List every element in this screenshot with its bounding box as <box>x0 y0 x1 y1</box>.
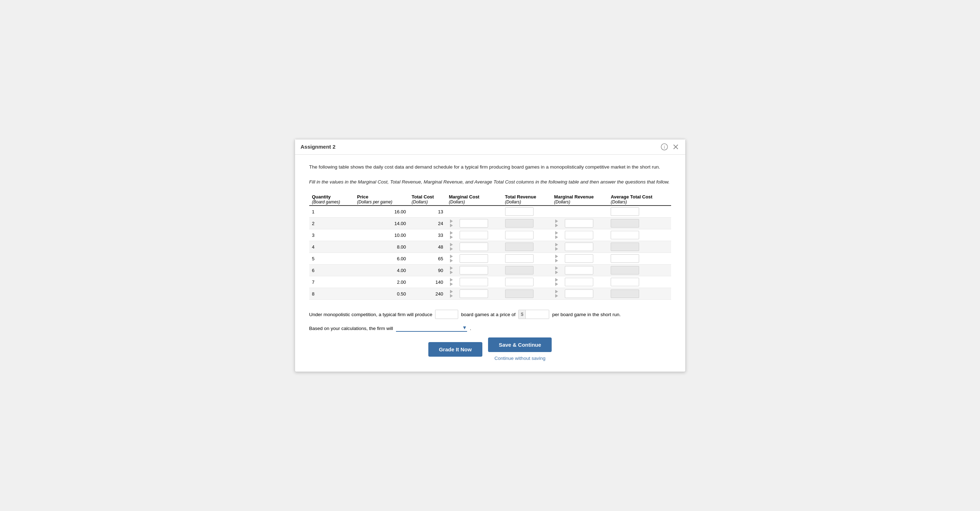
input-avg-total-cost[interactable] <box>611 231 639 239</box>
td-avg-total-cost <box>608 276 671 288</box>
td-total-cost: 240 <box>409 288 446 300</box>
arrow-cell-mc <box>446 276 457 288</box>
input-avg-total-cost[interactable] <box>611 242 639 251</box>
q2-dropdown[interactable]: ▼ <box>396 325 467 332</box>
input-marginal-revenue[interactable] <box>565 231 593 239</box>
input-total-revenue[interactable] <box>505 290 533 298</box>
input-avg-total-cost[interactable] <box>611 207 639 216</box>
grade-it-now-button[interactable]: Grade It Now <box>428 342 483 357</box>
input-marginal-cost[interactable] <box>460 231 488 239</box>
arrow-cell-mr <box>551 241 562 253</box>
window-title: Assignment 2 <box>301 144 336 150</box>
input-total-revenue[interactable] <box>505 242 533 251</box>
input-total-revenue[interactable] <box>505 254 533 263</box>
input-marginal-revenue[interactable] <box>565 290 593 298</box>
input-marginal-revenue[interactable] <box>565 242 593 251</box>
info-icon[interactable]: i <box>660 143 668 151</box>
td-total-revenue <box>502 241 551 253</box>
input-total-revenue[interactable] <box>505 219 533 228</box>
q2-dropdown-value <box>396 325 460 330</box>
input-marginal-revenue[interactable] <box>565 278 593 286</box>
td-marginal-revenue <box>562 218 608 229</box>
td-total-revenue <box>502 229 551 241</box>
td-total-cost: 140 <box>409 276 446 288</box>
td-marginal-cost <box>457 241 502 253</box>
td-price: 8.00 <box>354 241 409 253</box>
td-price: 2.00 <box>354 276 409 288</box>
buttons-area: Grade It Now Save & Continue Continue wi… <box>309 337 671 361</box>
td-price: 16.00 <box>354 205 409 218</box>
td-price: 10.00 <box>354 229 409 241</box>
table-row: 3 <box>309 229 355 241</box>
td-total-revenue <box>502 288 551 300</box>
td-price: 4.00 <box>354 264 409 276</box>
svg-text:i: i <box>663 145 665 150</box>
q1-quantity-input[interactable] <box>435 310 458 319</box>
arrow-cell-mr <box>551 253 562 264</box>
q1-price-input[interactable] <box>526 310 549 319</box>
arrow-cell-mr <box>551 288 562 300</box>
dollar-sign: $ <box>519 310 526 319</box>
arrow-cell-mr <box>551 205 562 218</box>
instructions-paragraph: Fill in the values in the Marginal Cost,… <box>309 178 671 186</box>
q2-prefix: Based on your calculations, the firm wil… <box>309 326 393 331</box>
input-marginal-cost[interactable] <box>460 290 488 298</box>
table-row: 4 <box>309 241 355 253</box>
td-total-cost: 90 <box>409 264 446 276</box>
input-avg-total-cost[interactable] <box>611 219 639 228</box>
input-avg-total-cost[interactable] <box>611 278 639 286</box>
input-marginal-cost[interactable] <box>460 254 488 263</box>
input-avg-total-cost[interactable] <box>611 254 639 263</box>
td-avg-total-cost <box>608 253 671 264</box>
td-avg-total-cost <box>608 205 671 218</box>
title-bar: Assignment 2 i <box>295 139 685 155</box>
input-marginal-revenue[interactable] <box>565 266 593 275</box>
input-marginal-cost[interactable] <box>460 266 488 275</box>
input-total-revenue[interactable] <box>505 231 533 239</box>
close-icon[interactable] <box>672 143 679 151</box>
save-continue-button[interactable]: Save & Continue <box>488 337 552 352</box>
td-marginal-cost <box>457 218 502 229</box>
td-total-cost: 48 <box>409 241 446 253</box>
col-total-cost: Total Cost (Dollars) <box>409 192 446 205</box>
td-marginal-revenue <box>562 288 608 300</box>
td-marginal-revenue <box>562 253 608 264</box>
input-avg-total-cost[interactable] <box>611 266 639 275</box>
input-marginal-cost[interactable] <box>460 219 488 228</box>
input-marginal-cost[interactable] <box>460 242 488 251</box>
title-bar-icons: i <box>660 143 679 151</box>
input-marginal-revenue[interactable] <box>565 219 593 228</box>
td-marginal-cost <box>457 288 502 300</box>
input-total-revenue[interactable] <box>505 278 533 286</box>
q1-price-input-wrap: $ <box>518 310 549 319</box>
arrow-cell-mc <box>446 264 457 276</box>
td-price: 0.50 <box>354 288 409 300</box>
td-total-revenue <box>502 253 551 264</box>
td-marginal-revenue <box>562 229 608 241</box>
main-content: The following table shows the daily cost… <box>295 155 685 372</box>
td-marginal-cost <box>457 276 502 288</box>
intro-paragraph: The following table shows the daily cost… <box>309 163 671 171</box>
td-marginal-revenue <box>562 205 608 218</box>
td-total-cost: 65 <box>409 253 446 264</box>
input-marginal-cost[interactable] <box>460 278 488 286</box>
td-avg-total-cost <box>608 264 671 276</box>
right-buttons: Save & Continue Continue without saving <box>488 337 552 361</box>
table-row: 5 <box>309 253 355 264</box>
arrow-cell-mc <box>446 253 457 264</box>
input-total-revenue[interactable] <box>505 207 533 216</box>
col-total-revenue: Total Revenue (Dollars) <box>502 192 551 205</box>
question1-row: Under monopolistic competition, a typica… <box>309 310 671 319</box>
continue-without-saving-link[interactable]: Continue without saving <box>495 356 545 361</box>
col-marginal-revenue: Marginal Revenue (Dollars) <box>551 192 608 205</box>
data-table: Quantity (Board games) Price (Dollars pe… <box>309 192 671 300</box>
td-total-revenue <box>502 205 551 218</box>
col-price: Price (Dollars per game) <box>354 192 409 205</box>
arrow-cell-mc <box>446 218 457 229</box>
arrow-cell-mr <box>551 218 562 229</box>
input-avg-total-cost[interactable] <box>611 290 639 298</box>
input-marginal-revenue[interactable] <box>565 254 593 263</box>
td-marginal-revenue <box>562 264 608 276</box>
table-row: 8 <box>309 288 355 300</box>
input-total-revenue[interactable] <box>505 266 533 275</box>
